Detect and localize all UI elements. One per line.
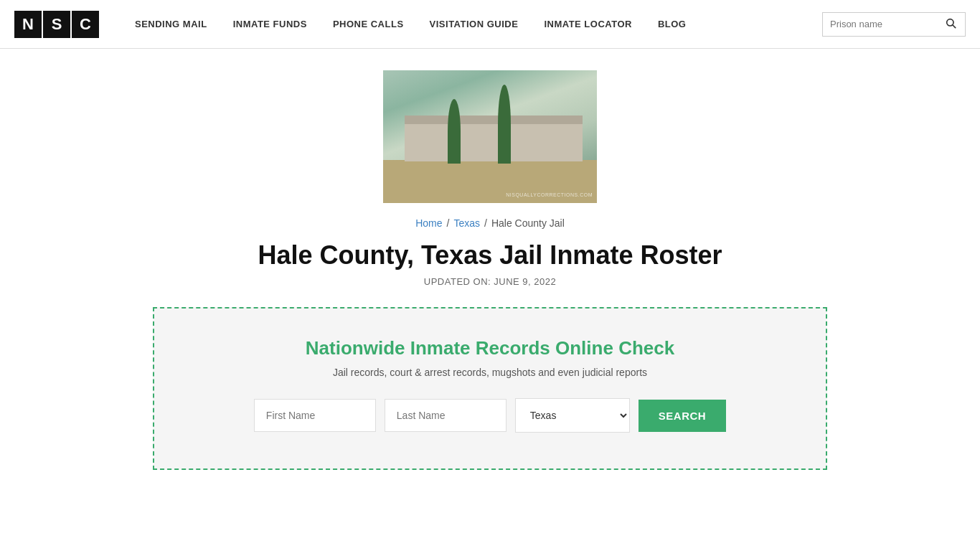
svg-line-1 xyxy=(953,25,956,28)
building-roof xyxy=(405,116,583,124)
header-search-button[interactable] xyxy=(945,17,956,32)
search-icon xyxy=(945,17,956,29)
card-title: Nationwide Inmate Records Online Check xyxy=(306,337,674,359)
nav-visitation-guide[interactable]: VISITATION GUIDE xyxy=(417,19,532,29)
card-subtitle: Jail records, court & arrest records, mu… xyxy=(333,367,647,378)
main-content: Home / Texas / Hale County Jail Hale Cou… xyxy=(0,49,980,499)
tree-right xyxy=(498,85,511,164)
breadcrumb-state[interactable]: Texas xyxy=(453,217,480,229)
site-header: N S C SENDING MAIL INMATE FUNDS PHONE CA… xyxy=(0,0,980,49)
nav-inmate-locator[interactable]: INMATE LOCATOR xyxy=(531,19,645,29)
inmate-search-button[interactable]: SEARCH xyxy=(639,400,726,432)
nav-phone-calls[interactable]: PHONE CALLS xyxy=(320,19,417,29)
tree-left xyxy=(448,99,461,164)
logo-s: S xyxy=(43,11,70,38)
page-title: Hale County, Texas Jail Inmate Roster xyxy=(258,240,722,270)
last-name-input[interactable] xyxy=(385,399,507,432)
search-card: Nationwide Inmate Records Online Check J… xyxy=(153,307,827,470)
breadcrumb-home[interactable]: Home xyxy=(415,217,442,229)
site-logo[interactable]: N S C xyxy=(14,11,100,38)
breadcrumb-sep2: / xyxy=(484,217,487,229)
header-search-input[interactable] xyxy=(830,19,945,29)
breadcrumb-current: Hale County Jail xyxy=(491,217,565,229)
hero-image xyxy=(383,70,597,203)
main-nav: SENDING MAIL INMATE FUNDS PHONE CALLS VI… xyxy=(122,19,822,29)
first-name-input[interactable] xyxy=(254,399,376,432)
building-shape xyxy=(405,122,583,161)
updated-label: UPDATED ON: JUNE 9, 2022 xyxy=(424,276,556,287)
logo-n: N xyxy=(14,11,42,38)
header-search-box xyxy=(822,12,966,37)
breadcrumb-sep1: / xyxy=(447,217,450,229)
nav-sending-mail[interactable]: SENDING MAIL xyxy=(122,19,220,29)
inmate-search-form: AlabamaAlaskaArizonaArkansasCaliforniaCo… xyxy=(254,398,726,433)
logo-c: C xyxy=(72,11,99,38)
state-select[interactable]: AlabamaAlaskaArizonaArkansasCaliforniaCo… xyxy=(515,398,630,433)
nav-blog[interactable]: BLOG xyxy=(645,19,699,29)
nav-inmate-funds[interactable]: INMATE FUNDS xyxy=(220,19,320,29)
breadcrumb: Home / Texas / Hale County Jail xyxy=(415,217,565,229)
